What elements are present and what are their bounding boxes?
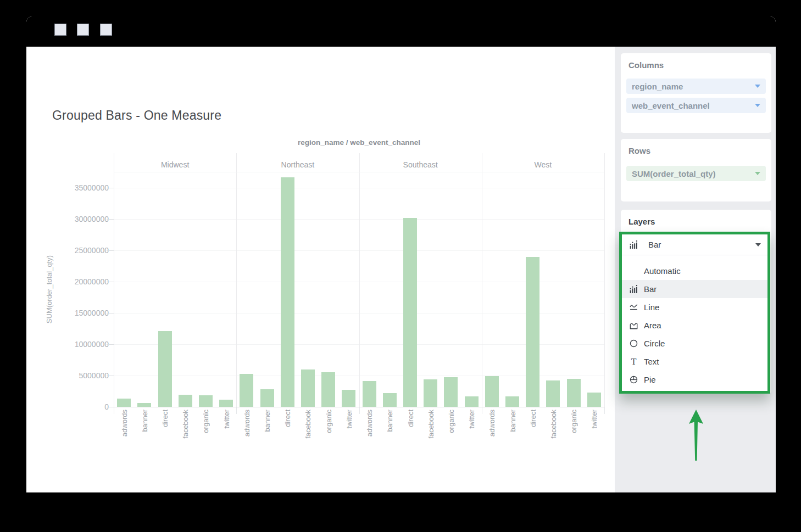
y-tick-label: 25000000 [37, 245, 109, 256]
window-titlebar [26, 16, 776, 47]
settings-sidebar: Columns region_name web_event_channel Ro… [615, 47, 776, 492]
bar-southeast-banner[interactable] [383, 393, 397, 407]
bar-southeast-direct[interactable] [403, 218, 417, 407]
x-tick-label: facebook [304, 410, 312, 439]
x-tick-label: banner [386, 410, 394, 432]
bar-southeast-organic[interactable] [444, 377, 458, 407]
y-tick-label: 0 [37, 401, 109, 412]
x-tick-mark [236, 407, 237, 414]
y-tick-label: 15000000 [37, 307, 109, 318]
y-tick-label: 5000000 [37, 370, 109, 381]
facet-label: region_name / web_event_channel [114, 138, 604, 147]
window-control-square[interactable] [54, 24, 66, 36]
column-field-region-name[interactable]: region_name [626, 79, 766, 94]
bar-midwest-twitter[interactable] [219, 400, 233, 407]
facet-header-label: Midwest [114, 160, 236, 169]
rows-header: Rows [628, 146, 650, 155]
bar-west-organic[interactable] [567, 379, 581, 407]
x-tick-mark [114, 407, 114, 414]
bar-northeast-facebook[interactable] [301, 369, 315, 407]
bar-west-adwords[interactable] [485, 376, 499, 407]
bar-northeast-organic[interactable] [321, 372, 335, 407]
bar-midwest-adwords[interactable] [117, 399, 131, 407]
x-tick-label: adwords [488, 410, 496, 436]
x-tick-label: banner [263, 410, 271, 432]
x-tick-label: organic [325, 410, 333, 433]
x-tick-label: direct [407, 410, 415, 427]
layer-option-label: Circle [644, 339, 665, 348]
layer-option-label: Pie [644, 375, 656, 384]
bar-midwest-direct[interactable] [158, 331, 172, 407]
bar-northeast-banner[interactable] [260, 389, 274, 407]
facet-separator [359, 153, 360, 407]
bar-southeast-facebook[interactable] [424, 379, 437, 407]
facet-header-label: West [482, 160, 604, 169]
line-chart-icon [630, 303, 639, 311]
layer-option-label: Automatic [644, 266, 681, 276]
svg-text:T: T [631, 357, 637, 366]
bar-west-direct[interactable] [526, 257, 539, 407]
bar-west-banner[interactable] [505, 396, 519, 407]
chart-panel: Grouped Bars - One Measure region_name /… [26, 47, 615, 492]
chevron-down-icon [755, 172, 760, 175]
x-axis-line [114, 407, 604, 407]
row-field-label: SUM(order_total_qty) [632, 169, 716, 178]
bar-midwest-facebook[interactable] [179, 395, 192, 407]
y-tick-mark [107, 313, 114, 313]
layer-type-select[interactable]: Bar [622, 234, 767, 255]
x-tick-label: facebook [549, 410, 558, 439]
layer-option-line[interactable]: Line [622, 298, 767, 316]
layer-option-label: Text [644, 357, 659, 366]
y-tick-label: 10000000 [37, 339, 109, 350]
x-tick-label: direct [283, 410, 292, 427]
window-control-square[interactable] [100, 24, 112, 36]
window-control-square[interactable] [77, 24, 89, 36]
layer-type-options: AutomaticBarLineAreaCircleTTextPie [622, 255, 767, 389]
x-tick-label: twitter [590, 410, 598, 429]
bar-northeast-twitter[interactable] [342, 390, 355, 407]
y-tick-mark [107, 188, 114, 188]
x-tick-label: twitter [468, 410, 476, 429]
bar-west-facebook[interactable] [546, 380, 560, 407]
layer-option-circle[interactable]: Circle [622, 334, 767, 352]
x-tick-label: organic [570, 410, 578, 433]
chevron-down-icon [755, 243, 761, 247]
layer-option-label: Line [644, 303, 659, 312]
layer-option-automatic[interactable]: Automatic [622, 262, 767, 280]
x-tick-label: banner [509, 410, 517, 432]
x-tick-label: twitter [345, 410, 353, 429]
layer-option-text[interactable]: TText [622, 352, 767, 371]
bar-midwest-organic[interactable] [199, 395, 213, 407]
x-tick-mark [604, 407, 605, 414]
bar-west-twitter[interactable] [587, 393, 601, 407]
rows-card: Rows SUM(order_total_qty) [621, 139, 771, 201]
row-field-sum-order-total-qty[interactable]: SUM(order_total_qty) [626, 166, 766, 181]
y-tick-mark [107, 376, 114, 376]
x-tick-label: adwords [120, 410, 129, 436]
bar-northeast-adwords[interactable] [240, 374, 253, 407]
facet-separator [114, 153, 114, 407]
x-tick-label: banner [141, 410, 149, 432]
bar-northeast-direct[interactable] [281, 177, 294, 407]
option-icon-spacer [630, 267, 639, 275]
chevron-down-icon [755, 85, 760, 88]
app-window: Grouped Bars - One Measure region_name /… [26, 16, 776, 492]
text-chart-icon: T [630, 357, 639, 366]
layer-type-dropdown: Bar AutomaticBarLineAreaCircleTTextPie [619, 232, 770, 394]
y-tick-label: 30000000 [37, 214, 109, 225]
bar-southeast-twitter[interactable] [465, 396, 479, 407]
layer-option-bar[interactable]: Bar [622, 280, 767, 298]
bar-southeast-adwords[interactable] [363, 381, 376, 407]
x-tick-label: organic [447, 410, 455, 433]
bar-chart-icon [630, 285, 639, 293]
bar-midwest-banner[interactable] [137, 403, 151, 407]
x-tick-label: adwords [365, 410, 374, 436]
layers-header: Layers [628, 217, 655, 226]
layer-option-area[interactable]: Area [622, 316, 767, 334]
y-tick-mark [107, 219, 114, 220]
facet-separator [604, 153, 605, 407]
layer-option-pie[interactable]: Pie [622, 371, 767, 389]
column-field-label: web_event_channel [632, 101, 710, 110]
column-field-web-event-channel[interactable]: web_event_channel [626, 98, 766, 113]
y-tick-label: 35000000 [37, 182, 109, 193]
